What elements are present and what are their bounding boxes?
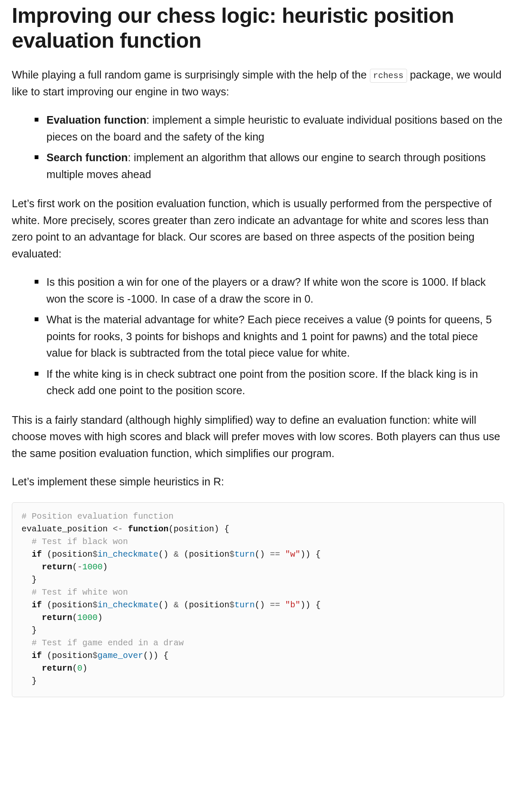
code-token-comment: # Position evaluation function xyxy=(22,512,174,521)
code-token-plain: } xyxy=(22,575,37,585)
code-token-plain: () xyxy=(158,549,174,559)
list-item-text: Is this position a win for one of the pl… xyxy=(46,276,486,305)
code-token-plain: )) { xyxy=(300,549,320,559)
code-token-plain xyxy=(22,549,32,559)
code-token-plain: (position xyxy=(42,600,92,610)
list-item-text: If the white king is in check subtract o… xyxy=(46,368,478,397)
list-item-text: What is the material advantage for white… xyxy=(46,314,492,359)
code-token-plain: ( xyxy=(72,613,77,623)
code-token-str: "w" xyxy=(285,549,300,559)
code-token-op: & xyxy=(174,600,179,610)
code-token-plain: (position xyxy=(42,549,92,559)
code-token-plain: (position xyxy=(42,651,92,660)
code-token-plain: () xyxy=(255,549,270,559)
code-token-str: "b" xyxy=(285,600,300,610)
code-token-kw: if xyxy=(32,549,42,559)
code-token-fn: turn xyxy=(234,549,255,559)
code-token-plain xyxy=(280,549,285,559)
code-token-plain xyxy=(123,524,128,534)
code-token-plain xyxy=(22,651,32,660)
intro-paragraph: While playing a full random game is surp… xyxy=(12,67,504,100)
code-token-plain: evaluate_position xyxy=(22,524,113,534)
code-token-comment: # Test if black won xyxy=(32,537,128,547)
code-lead-in: Let’s implement these simple heuristics … xyxy=(12,474,504,490)
code-token-plain: (position xyxy=(179,549,229,559)
list-item-label: Evaluation function xyxy=(46,114,147,126)
code-token-kw: return xyxy=(42,562,72,572)
code-token-op: - xyxy=(77,562,82,572)
code-token-op: $ xyxy=(229,549,234,559)
article: Improving our chess logic: heuristic pos… xyxy=(0,0,516,714)
code-token-num: 1000 xyxy=(77,613,98,623)
code-token-op: == xyxy=(270,549,280,559)
code-token-plain xyxy=(22,587,32,597)
code-token-num: 1000 xyxy=(82,562,103,572)
code-token-comment: # Test if white won xyxy=(32,587,128,597)
list-item-label: Search function xyxy=(46,152,128,163)
intro-pre: While playing a full random game is surp… xyxy=(12,69,370,81)
list-item: Is this position a win for one of the pl… xyxy=(35,274,504,307)
code-token-plain: (position xyxy=(179,600,229,610)
code-token-plain: ( xyxy=(72,663,77,673)
eval-intro-paragraph: Let’s first work on the position evaluat… xyxy=(12,195,504,262)
improvements-list: Evaluation function: implement a simple … xyxy=(12,112,504,183)
code-token-plain: )) { xyxy=(300,600,320,610)
code-token-op: <- xyxy=(113,524,123,534)
code-token-plain: ( xyxy=(72,562,77,572)
code-token-op: $ xyxy=(92,600,98,610)
code-token-plain: ) xyxy=(103,562,108,572)
list-item: Evaluation function: implement a simple … xyxy=(35,112,504,145)
code-token-plain xyxy=(22,663,42,673)
code-token-plain xyxy=(280,600,285,610)
code-token-plain xyxy=(22,600,32,610)
code-token-plain xyxy=(22,638,32,648)
code-block: # Position evaluation function evaluate_… xyxy=(12,502,504,697)
code-token-plain xyxy=(22,562,42,572)
code-token-plain: (position) { xyxy=(168,524,229,534)
list-item: What is the material advantage for white… xyxy=(35,311,504,362)
code-token-plain: ) xyxy=(98,613,103,623)
code-token-kw: if xyxy=(32,600,42,610)
summary-paragraph: This is a fairly standard (although high… xyxy=(12,412,504,462)
code-token-kw: function xyxy=(128,524,168,534)
code-token-op: $ xyxy=(229,600,234,610)
code-token-fn: turn xyxy=(234,600,255,610)
code-token-plain: } xyxy=(22,676,37,686)
code-token-op: $ xyxy=(92,651,98,660)
aspects-list: Is this position a win for one of the pl… xyxy=(12,274,504,399)
code-token-kw: if xyxy=(32,651,42,660)
inline-code-rchess: rchess xyxy=(370,69,407,83)
list-item: If the white king is in check subtract o… xyxy=(35,366,504,399)
code-token-fn: in_checkmate xyxy=(98,549,158,559)
code-token-fn: in_checkmate xyxy=(98,600,158,610)
list-item: Search function: implement an algorithm … xyxy=(35,149,504,183)
code-token-plain: ()) { xyxy=(143,651,168,660)
code-token-op: == xyxy=(270,600,280,610)
code-token-fn: game_over xyxy=(98,651,143,660)
code-token-kw: return xyxy=(42,613,72,623)
code-token-comment: # Test if game ended in a draw xyxy=(32,638,184,648)
code-token-plain: ) xyxy=(82,663,87,673)
code-token-plain: () xyxy=(158,600,174,610)
code-token-num: 0 xyxy=(77,663,82,673)
code-token-kw: return xyxy=(42,663,72,673)
code-token-plain xyxy=(22,537,32,547)
code-token-op: & xyxy=(174,549,179,559)
page-title: Improving our chess logic: heuristic pos… xyxy=(12,3,504,53)
code-token-plain: () xyxy=(255,600,270,610)
code-token-plain xyxy=(22,613,42,623)
code-token-plain: } xyxy=(22,625,37,635)
code-token-op: $ xyxy=(92,549,98,559)
